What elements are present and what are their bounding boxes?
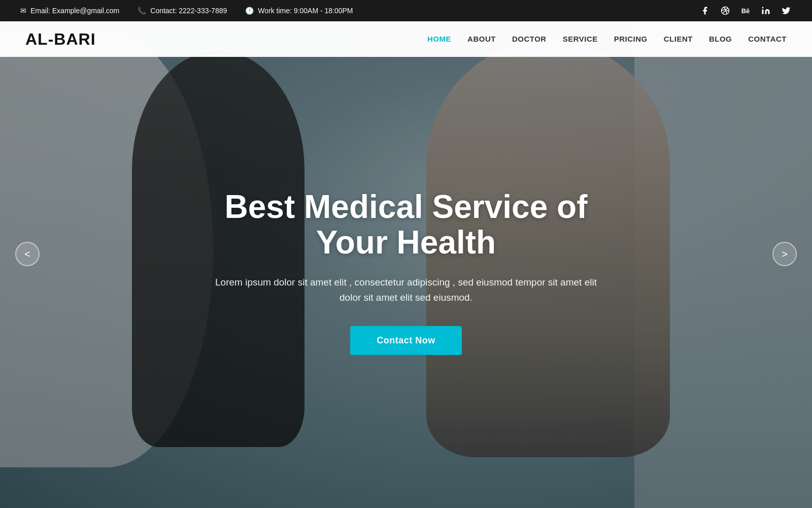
nav-links: HOME ABOUT DOCTOR SERVICE PRICING CLIENT… xyxy=(427,35,787,44)
nav-link-service[interactable]: SERVICE xyxy=(563,35,598,43)
nav-link-blog[interactable]: BLOG xyxy=(709,35,732,43)
email-text: Email: Example@gmail.com xyxy=(30,7,119,15)
nav-link-doctor[interactable]: DOCTOR xyxy=(512,35,547,43)
contact-text: Contact: 2222-333-7889 xyxy=(150,7,227,15)
worktime-text: Work time: 9:00AM - 18:00PM xyxy=(258,7,353,15)
topbar-worktime: 🕐 Work time: 9:00AM - 18:00PM xyxy=(245,7,353,15)
facebook-icon[interactable] xyxy=(699,5,710,16)
hero-section: ✉ Email: Example@gmail.com 📞 Contact: 22… xyxy=(0,0,812,508)
mail-icon: ✉ xyxy=(20,7,26,15)
topbar-socials: Bē xyxy=(699,5,792,16)
nav-item-client[interactable]: CLIENT xyxy=(664,35,693,44)
clock-icon: 🕐 xyxy=(245,7,254,15)
phone-icon: 📞 xyxy=(138,7,146,15)
contact-now-button[interactable]: Contact Now xyxy=(350,326,462,355)
hero-title: Best Medical Service of Your Health xyxy=(208,189,604,261)
nav-item-contact[interactable]: CONTACT xyxy=(748,35,787,44)
topbar-info: ✉ Email: Example@gmail.com 📞 Contact: 22… xyxy=(20,7,353,15)
nav-link-about[interactable]: ABOUT xyxy=(467,35,496,43)
nav-item-blog[interactable]: BLOG xyxy=(709,35,732,44)
carousel-next-button[interactable]: > xyxy=(772,242,797,266)
nav-link-pricing[interactable]: PRICING xyxy=(614,35,648,43)
site-logo[interactable]: AL-BARI xyxy=(25,30,96,49)
twitter-icon[interactable] xyxy=(781,5,792,16)
carousel-prev-button[interactable]: < xyxy=(15,242,40,266)
nav-item-service[interactable]: SERVICE xyxy=(563,35,598,44)
linkedin-icon[interactable] xyxy=(760,5,771,16)
chevron-right-icon: > xyxy=(782,248,788,260)
chevron-left-icon: < xyxy=(24,248,30,260)
nav-item-about[interactable]: ABOUT xyxy=(467,35,496,44)
svg-point-1 xyxy=(762,7,764,9)
navbar: AL-BARI HOME ABOUT DOCTOR SERVICE PRICIN… xyxy=(0,21,812,57)
nav-link-home[interactable]: HOME xyxy=(427,35,451,43)
dribbble-icon[interactable] xyxy=(720,5,731,16)
nav-link-contact[interactable]: CONTACT xyxy=(748,35,787,43)
topbar: ✉ Email: Example@gmail.com 📞 Contact: 22… xyxy=(0,0,812,21)
hero-description: Lorem ipsum dolor sit amet elit , consec… xyxy=(208,275,604,306)
nav-link-client[interactable]: CLIENT xyxy=(664,35,693,43)
nav-item-home[interactable]: HOME xyxy=(427,35,451,44)
hero-content: Best Medical Service of Your Health Lore… xyxy=(208,189,604,355)
nav-item-doctor[interactable]: DOCTOR xyxy=(512,35,547,44)
behance-icon[interactable]: Bē xyxy=(740,5,751,16)
topbar-phone: 📞 Contact: 2222-333-7889 xyxy=(138,7,227,15)
nav-item-pricing[interactable]: PRICING xyxy=(614,35,648,44)
topbar-email: ✉ Email: Example@gmail.com xyxy=(20,7,119,15)
